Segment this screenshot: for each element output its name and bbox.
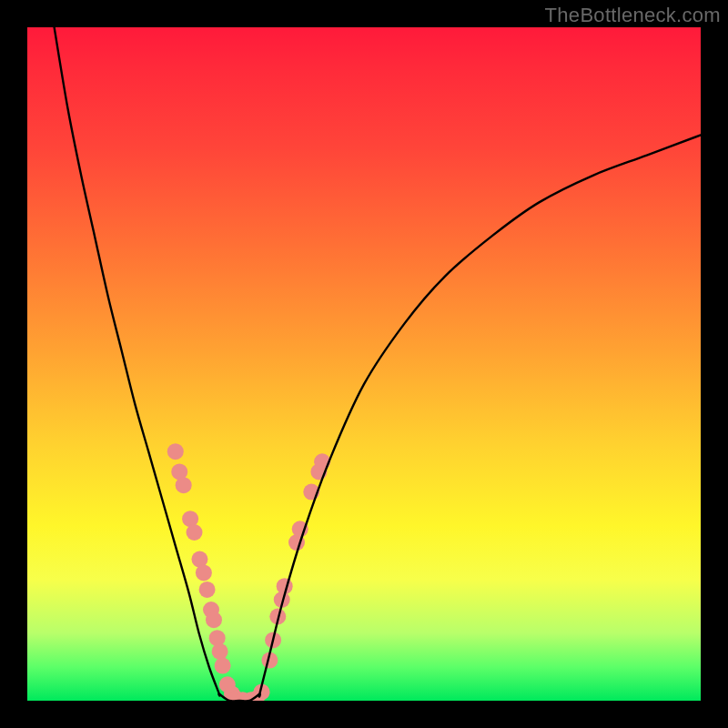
scatter-point (176, 477, 192, 493)
watermark-text: TheBottleneck.com (545, 4, 721, 27)
chart-svg (27, 27, 701, 701)
scatter-point (199, 581, 216, 598)
plot-area (27, 27, 701, 701)
chart-frame: TheBottleneck.com (0, 0, 728, 728)
scatter-layer (167, 443, 330, 701)
scatter-point (167, 443, 184, 460)
scatter-point (209, 630, 226, 646)
scatter-point (206, 612, 222, 628)
scatter-point (187, 524, 203, 541)
scatter-point (212, 643, 228, 660)
scatter-point (215, 658, 231, 674)
scatter-point (196, 564, 212, 581)
bottleneck-curve (55, 27, 701, 701)
